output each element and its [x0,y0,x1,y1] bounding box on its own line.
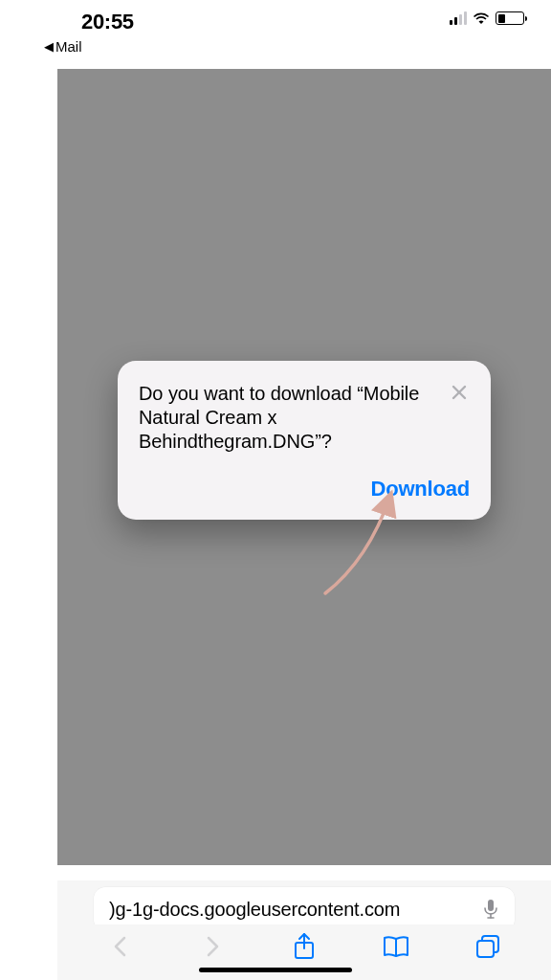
bookmarks-button[interactable] [380,930,412,963]
tabs-icon [474,933,501,960]
download-button[interactable]: Download [370,477,470,501]
left-margin [0,0,57,980]
close-button[interactable] [449,382,470,403]
nav-forward-button [196,930,229,963]
close-icon [451,384,468,401]
home-indicator[interactable] [199,968,352,972]
svg-rect-2 [488,900,494,911]
address-url: )g-1g-docs.googleusercontent.com [109,899,473,921]
alert-message: Do you want to download “Mobile Natural … [139,382,470,455]
book-icon [382,934,410,959]
download-alert: Do you want to download “Mobile Natural … [118,361,491,521]
mic-icon[interactable] [482,898,499,921]
status-time: 20:55 [81,10,134,34]
wifi-icon [473,11,490,25]
cellular-signal-icon [450,11,467,25]
chevron-left-icon [111,933,130,960]
svg-rect-8 [477,941,494,957]
tabs-button[interactable] [472,930,504,963]
nav-back-button [104,930,137,963]
chevron-right-icon [203,933,222,960]
status-bar: 20:55 ◀ Mail [0,0,551,69]
download-alert-container: Do you want to download “Mobile Natural … [57,69,551,865]
back-chevron-icon: ◀ [44,39,54,54]
battery-icon [496,11,524,25]
share-button[interactable] [288,930,320,963]
back-app-label: Mail [55,38,82,55]
back-to-app-button[interactable]: ◀ Mail [44,38,82,55]
share-icon [292,932,317,961]
status-right-icons [450,11,524,25]
